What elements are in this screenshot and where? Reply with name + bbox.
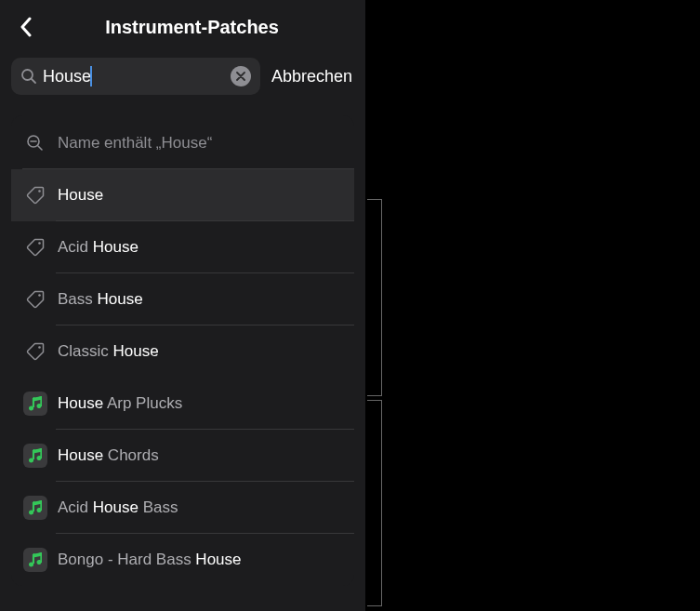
result-label: House (58, 186, 103, 205)
result-label: Acid House (58, 238, 139, 257)
tag-result-item[interactable]: Classic House (11, 325, 354, 378)
tag-icon (22, 234, 48, 260)
result-label: House Arp Plucks (58, 394, 182, 413)
result-label: Bongo - Hard Bass House (58, 551, 242, 569)
panel-header: Instrument-Patches (0, 0, 365, 50)
tag-result-item[interactable]: Acid House (11, 221, 354, 273)
svg-point-7 (37, 405, 41, 408)
patch-result-item[interactable]: House Chords (11, 430, 354, 482)
zoom-out-icon (22, 130, 48, 156)
svg-point-14 (30, 511, 33, 514)
svg-point-2 (38, 190, 41, 193)
results-header-item: Name enthält „House“ (11, 115, 354, 169)
patch-result-item[interactable]: Bongo - Hard Bass House (11, 534, 354, 586)
svg-point-4 (38, 294, 41, 297)
text-cursor (90, 66, 92, 86)
svg-point-19 (37, 561, 41, 565)
tag-result-item[interactable]: House (11, 169, 354, 221)
search-row: House Abbrechen (0, 50, 365, 106)
svg-point-10 (30, 458, 33, 462)
svg-point-11 (37, 457, 41, 460)
music-patch-icon (22, 495, 48, 521)
patch-result-item[interactable]: House Arp Plucks (11, 378, 354, 430)
tag-result-item[interactable]: Bass House (11, 273, 354, 325)
patch-result-item[interactable]: Acid House Bass (11, 482, 354, 534)
clear-search-button[interactable] (231, 66, 251, 86)
search-icon (20, 68, 37, 85)
results-list: Name enthält „House“ House Acid House (11, 115, 354, 586)
music-patch-icon (22, 391, 48, 417)
music-patch-icon (22, 547, 48, 573)
tag-icon (22, 339, 48, 365)
cancel-button[interactable]: Abbrechen (270, 63, 354, 90)
result-label: Acid House Bass (58, 498, 178, 517)
svg-point-18 (30, 563, 33, 566)
bracket-patches (367, 400, 382, 606)
tag-icon (22, 286, 48, 312)
svg-point-6 (30, 406, 33, 410)
svg-point-0 (22, 70, 33, 80)
result-label: Classic House (58, 342, 159, 361)
svg-point-5 (38, 346, 41, 349)
results-container: Name enthält „House“ House Acid House (0, 106, 365, 595)
instrument-patches-panel: Instrument-Patches House Abbrechen (0, 0, 365, 611)
tag-icon (22, 182, 48, 208)
bracket-tags (367, 199, 382, 396)
result-label: House Chords (58, 446, 159, 465)
search-input[interactable]: House (43, 67, 91, 86)
svg-point-15 (37, 509, 41, 512)
close-icon (236, 72, 245, 81)
svg-point-3 (38, 242, 41, 245)
music-patch-icon (22, 443, 48, 469)
result-label: Bass House (58, 290, 143, 309)
search-field-container[interactable]: House (11, 58, 260, 95)
page-title: Instrument-Patches (26, 17, 358, 38)
results-header-label: Name enthält „House“ (58, 134, 212, 153)
